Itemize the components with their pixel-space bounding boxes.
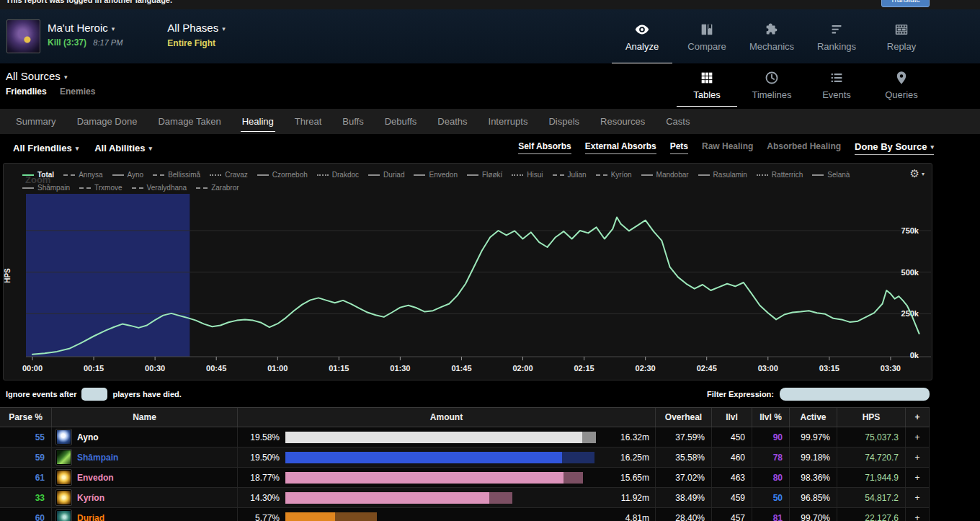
player-name-cell[interactable]: Ayno	[52, 427, 238, 447]
legend-trxmove[interactable]: Trxmove	[79, 183, 122, 193]
legend-cravaz[interactable]: Cravaz	[210, 170, 248, 180]
nav-compare[interactable]: Compare	[674, 9, 739, 63]
tab-resources[interactable]: Resources	[600, 109, 645, 134]
boss-selector[interactable]: Ma'ut Heroic	[48, 22, 122, 34]
col-header-name[interactable]: Name	[52, 408, 238, 427]
tab-debuffs[interactable]: Debuffs	[385, 109, 417, 134]
player-name[interactable]: Kyríon	[77, 493, 104, 503]
done-by-source-dropdown[interactable]: Done By Source	[855, 141, 934, 155]
amount-cell: 19.58%16.32m	[238, 427, 656, 447]
tab-casts[interactable]: Casts	[666, 109, 690, 134]
legend-ayno[interactable]: Ayno	[112, 170, 144, 180]
nav-queries[interactable]: Queries	[869, 63, 934, 107]
table-row-kyr-on[interactable]: 33Kyríon14.30%11.92m38.49%4595096.85%54,…	[0, 488, 930, 508]
expand-row-button[interactable]: +	[906, 508, 930, 521]
all-friendlies-dropdown[interactable]: All Friendlies	[13, 143, 79, 153]
player-name[interactable]: Shâmpain	[77, 453, 118, 463]
nav-tables[interactable]: Tables	[674, 63, 739, 107]
hps-chart-svg[interactable]: 00:0000:1500:3000:4501:0001:1501:3001:45…	[4, 164, 932, 378]
col-header-amount[interactable]: Amount	[238, 408, 656, 427]
deaths-count-input[interactable]	[81, 388, 107, 401]
expand-row-button[interactable]: +	[906, 488, 930, 507]
translate-button[interactable]: Translate	[881, 0, 930, 7]
col-header-hps[interactable]: HPS	[837, 408, 906, 427]
phase-selector[interactable]: All Phases	[167, 22, 225, 34]
source-left: All Sources Friendlies Enemies	[6, 63, 95, 107]
legend-total[interactable]: Total	[22, 170, 54, 180]
table-row-ayno[interactable]: 55Ayno19.58%16.32m37.59%4509099.97%75,03…	[0, 427, 930, 447]
legend-kyr-on[interactable]: Kyríon	[596, 170, 632, 180]
amount-bar-overheal	[562, 452, 594, 463]
amount-bar-overheal	[335, 512, 377, 521]
enemies-tab[interactable]: Enemies	[60, 86, 95, 97]
legend-julian[interactable]: Julian	[553, 170, 587, 180]
legend-duriad[interactable]: Duriad	[368, 170, 404, 180]
amount-bar-track	[285, 452, 596, 463]
amount-cell: 18.77%15.65m	[238, 468, 656, 487]
col-header-[interactable]: +	[906, 408, 930, 427]
nav-timelines[interactable]: Timelines	[739, 63, 804, 107]
toggle-self-absorbs[interactable]: Self Absorbs	[518, 141, 571, 154]
friendlies-tab[interactable]: Friendlies	[6, 86, 47, 97]
player-name[interactable]: Duriad	[77, 513, 104, 521]
boss-portrait[interactable]	[6, 19, 40, 53]
tab-healing[interactable]: Healing	[242, 109, 274, 134]
tab-threat[interactable]: Threat	[295, 109, 322, 134]
nav-mechanics[interactable]: Mechanics	[739, 9, 804, 63]
legend-mandobar[interactable]: Mandobar	[641, 170, 689, 180]
col-header-ilvl[interactable]: Ilvl	[712, 408, 752, 427]
all-abilities-dropdown[interactable]: All Abilities	[94, 143, 152, 153]
expand-row-button[interactable]: +	[906, 468, 930, 487]
legend-veralydhana[interactable]: Veralydhana	[132, 183, 187, 193]
table-row-envedon[interactable]: 61Envedon18.77%15.65m37.02%4638098.36%71…	[0, 468, 930, 488]
gear-icon[interactable]: ⚙	[910, 167, 925, 180]
player-name-cell[interactable]: Kyríon	[52, 488, 238, 507]
tab-deaths[interactable]: Deaths	[437, 109, 467, 134]
player-name-cell[interactable]: Envedon	[52, 468, 238, 487]
toggle-absorbed-healing[interactable]: Absorbed Healing	[767, 141, 841, 154]
tab-summary[interactable]: Summary	[16, 109, 56, 134]
tab-buffs[interactable]: Buffs	[342, 109, 363, 134]
legend-ratterrich[interactable]: Ratterrich	[757, 170, 803, 180]
legend-bellissim[interactable]: Bellissimå	[153, 170, 200, 180]
legend-sh-mpain[interactable]: Shâmpain	[22, 183, 70, 193]
table-row-sh-mpain[interactable]: 59Shâmpain19.50%16.25m35.58%4607899.18%7…	[0, 447, 930, 468]
nav-analyze[interactable]: Analyze	[610, 9, 674, 63]
toggle-external-absorbs[interactable]: External Absorbs	[585, 141, 656, 154]
tab-interrupts[interactable]: Interrupts	[489, 109, 528, 134]
legend-rasulamin[interactable]: Rasulamin	[698, 170, 747, 180]
legend-zarabror[interactable]: Zarabror	[196, 183, 239, 193]
col-header-overheal[interactable]: Overheal	[656, 408, 712, 427]
player-name-cell[interactable]: Shâmpain	[52, 447, 238, 467]
toggle-raw-healing[interactable]: Raw Healing	[702, 141, 753, 154]
legend-drakdoc[interactable]: Drakdoc	[317, 170, 359, 180]
toggle-pets[interactable]: Pets	[670, 141, 688, 154]
legend-fl-k[interactable]: Fløøkí	[467, 170, 502, 180]
nav-events[interactable]: Events	[804, 63, 869, 107]
kill-label: Kill (3:37)	[48, 37, 86, 48]
col-header-ilvl[interactable]: Ilvl %	[752, 408, 790, 427]
nav-rankings[interactable]: Rankings	[804, 9, 869, 63]
x-tick-label: 01:15	[329, 364, 349, 373]
legend-annysa[interactable]: Annysa	[63, 170, 102, 180]
player-name-cell[interactable]: Duriad	[52, 508, 238, 521]
legend-marker	[79, 187, 91, 189]
filter-expression-input[interactable]	[780, 388, 930, 401]
col-header-active[interactable]: Active	[790, 408, 837, 427]
paladin-holy-icon	[56, 490, 71, 505]
legend-selan[interactable]: Selanà	[812, 170, 850, 180]
nav-replay[interactable]: Replay	[869, 9, 934, 63]
tab-dispels[interactable]: Dispels	[548, 109, 579, 134]
legend-envedon[interactable]: Envedon	[414, 170, 457, 180]
legend-czorneboh[interactable]: Czorneboh	[257, 170, 308, 180]
player-name[interactable]: Ayno	[77, 432, 99, 442]
player-name[interactable]: Envedon	[77, 473, 114, 483]
tab-damage-done[interactable]: Damage Done	[77, 109, 138, 134]
expand-row-button[interactable]: +	[906, 427, 930, 447]
expand-row-button[interactable]: +	[906, 447, 930, 467]
col-header-parse[interactable]: Parse %	[0, 408, 52, 427]
table-row-duriad[interactable]: 60Duriad5.77%4.81m28.40%4578199.70%22,12…	[0, 508, 930, 521]
legend-hisui[interactable]: Hisui	[512, 170, 543, 180]
tab-damage-taken[interactable]: Damage Taken	[158, 109, 220, 134]
source-selector[interactable]: All Sources	[6, 70, 95, 82]
